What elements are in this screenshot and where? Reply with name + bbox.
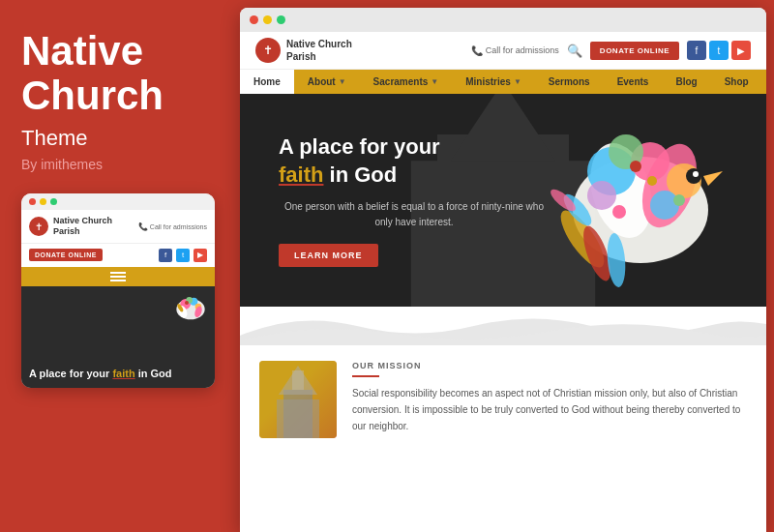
site-phone: 📞 Call for admissions: [471, 45, 559, 56]
mobile-phone: 📞 Call for admissions: [138, 222, 207, 231]
site-hero-content: A place for your faith in God One person…: [240, 133, 550, 266]
svg-point-8: [185, 301, 189, 305]
theme-subtitle: Theme: [21, 126, 219, 151]
hero-learn-more-button[interactable]: LEARN MORE: [279, 244, 378, 267]
browser-chrome: [240, 8, 766, 32]
mobile-browser-dots: [21, 193, 215, 210]
hamburger-icon[interactable]: [110, 272, 126, 281]
mobile-preview: ✝ Native Church Parish 📞 Call for admiss…: [21, 193, 215, 388]
ministries-caret: ▼: [514, 77, 521, 86]
site-logo-text: Native Church Parish: [286, 38, 352, 63]
dot-red: [29, 198, 36, 205]
mobile-logo-text: Native Church Parish: [53, 216, 112, 237]
hamburger-line: [110, 272, 126, 274]
browser-dot-green: [277, 15, 285, 24]
svg-point-18: [650, 191, 679, 220]
hero-faith-word: faith: [279, 163, 323, 187]
left-panel: Native Church Theme By imithemes ✝ Nativ…: [0, 0, 240, 532]
hamburger-line: [110, 276, 126, 278]
mission-body: Social responsibility becomes an aspect …: [352, 385, 747, 434]
mobile-hamburger-bar: [21, 267, 215, 286]
browser-content: ✝ Native Church Parish 📞 Call for admiss…: [240, 32, 766, 532]
svg-point-26: [647, 176, 657, 186]
nav-item-shop[interactable]: Shop: [711, 70, 762, 94]
mission-label: OUR MISSION: [352, 361, 747, 370]
nav-item-sermons[interactable]: Sermons: [535, 70, 604, 94]
donate-button[interactable]: DONATE ONLINE: [590, 42, 679, 60]
svg-point-27: [612, 205, 626, 219]
nav-item-about[interactable]: About ▼: [294, 70, 360, 94]
mission-text: OUR MISSION Social responsibility become…: [352, 361, 747, 517]
mobile-hero-faith-word: faith: [112, 368, 134, 379]
nav-item-contacts[interactable]: Contacts: [762, 70, 766, 94]
mission-section: OUR MISSION Social responsibility become…: [240, 345, 766, 532]
search-icon[interactable]: 🔍: [567, 44, 582, 58]
site-navigation: Home About ▼ Sacraments ▼ Ministries ▼ S…: [240, 70, 766, 94]
theme-author: By imithemes: [21, 157, 219, 172]
mobile-phone-icon: 📞: [138, 222, 148, 231]
browser-dot-yellow: [263, 15, 272, 24]
svg-point-28: [673, 194, 685, 206]
mobile-facebook-icon[interactable]: f: [159, 249, 172, 262]
browser-dot-red: [250, 15, 258, 24]
nav-item-sacraments[interactable]: Sacraments ▼: [360, 70, 453, 94]
svg-rect-35: [292, 370, 304, 390]
mission-image: [259, 361, 337, 438]
mobile-hero: A place for your faith in God: [21, 286, 215, 388]
mobile-donate-button[interactable]: DONATE ONLINE: [29, 249, 103, 261]
mobile-hero-text: A place for your faith in God: [29, 367, 207, 380]
mobile-logo-icon: ✝: [29, 217, 48, 236]
site-header: ✝ Native Church Parish 📞 Call for admiss…: [240, 32, 766, 70]
browser-window-dots: [250, 15, 285, 24]
svg-marker-24: [703, 171, 723, 186]
site-hero: A place for your faith in God One person…: [240, 94, 766, 307]
mobile-twitter-icon[interactable]: t: [176, 249, 190, 262]
hero-title: A place for your faith in God: [279, 133, 550, 189]
sacraments-caret: ▼: [431, 77, 438, 86]
svg-point-23: [693, 171, 699, 177]
site-header-right: 📞 Call for admissions 🔍 DONATE ONLINE f …: [471, 41, 751, 60]
wave-divider: [240, 307, 766, 345]
theme-title: Native Church: [21, 29, 219, 118]
mobile-hero-bird: [171, 291, 210, 325]
youtube-icon[interactable]: ▶: [731, 41, 751, 60]
nav-item-home[interactable]: Home: [240, 70, 294, 94]
site-social-icons: f t ▶: [687, 41, 751, 60]
hero-subtitle: One person with a belief is equal to a f…: [279, 199, 550, 230]
mobile-hero-title: A place for your faith in God: [29, 367, 207, 380]
svg-point-17: [587, 181, 616, 210]
nav-item-blog[interactable]: Blog: [662, 70, 710, 94]
svg-rect-33: [277, 399, 319, 438]
mission-image-inner: [259, 361, 337, 438]
phone-icon: 📞: [471, 45, 483, 56]
nav-item-events[interactable]: Events: [604, 70, 663, 94]
mobile-donate-bar: DONATE ONLINE f t ▶: [21, 244, 215, 267]
mobile-youtube-icon[interactable]: ▶: [194, 249, 207, 262]
hamburger-line: [110, 280, 126, 281]
about-caret: ▼: [339, 77, 346, 86]
site-logo-icon: ✝: [255, 38, 281, 63]
browser-window: ✝ Native Church Parish 📞 Call for admiss…: [240, 8, 766, 532]
mission-divider: [352, 375, 379, 377]
hero-bird-decoration: [544, 103, 737, 297]
nav-item-ministries[interactable]: Ministries ▼: [452, 70, 535, 94]
site-logo: ✝ Native Church Parish: [255, 38, 352, 63]
dot-yellow: [40, 198, 46, 205]
twitter-icon[interactable]: t: [709, 41, 729, 60]
facebook-icon[interactable]: f: [687, 41, 706, 60]
mobile-logo: ✝ Native Church Parish: [29, 216, 112, 237]
mobile-social-icons: f t ▶: [159, 249, 207, 262]
mobile-header: ✝ Native Church Parish 📞 Call for admiss…: [21, 210, 215, 244]
dot-green: [50, 198, 57, 205]
svg-point-25: [630, 161, 641, 172]
